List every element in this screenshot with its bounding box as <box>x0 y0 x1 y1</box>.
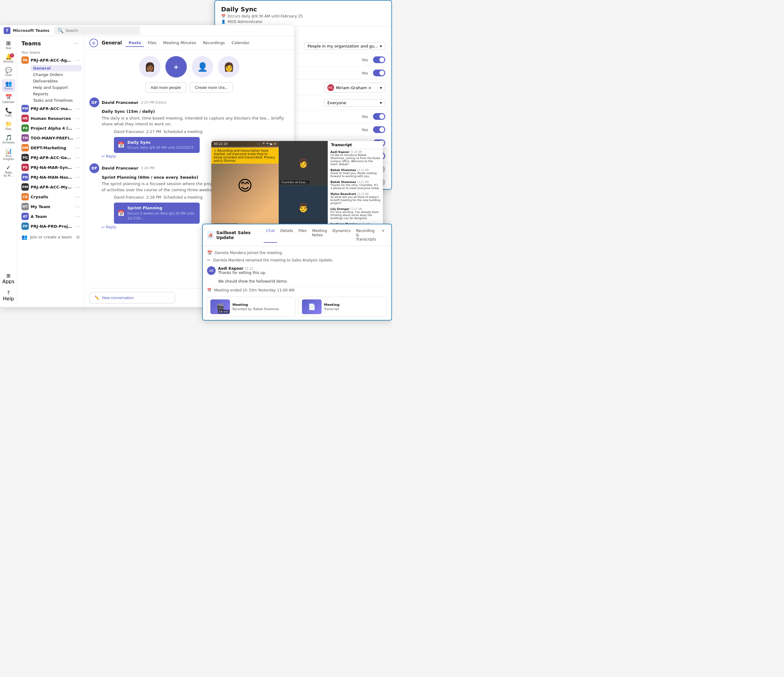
channel-tab-calendar[interactable]: Calendar <box>229 39 252 47</box>
mo-toggle-1[interactable] <box>373 56 385 63</box>
team-more-5[interactable]: ⋯ <box>75 145 80 151</box>
team-header-11[interactable]: MT My Team ⋯ <box>20 202 82 211</box>
team-header-4[interactable]: TM TOO-MANY-PREFIXES-BEFORE-... ⋯ <box>20 133 82 143</box>
team-more-9[interactable]: ⋯ <box>75 184 80 190</box>
nav-item-calls[interactable]: 📞 Calls <box>2 106 15 119</box>
nav-bottom-help[interactable]: ? Help <box>2 288 15 303</box>
team-header-13[interactable]: PP PRJ-NA-PRD-Project GDJ 2 ⋯ <box>20 221 82 231</box>
nav-item-hub[interactable]: ⊞ Hub <box>2 39 15 51</box>
channel-0-1[interactable]: Change Orders <box>31 72 82 78</box>
video-controls: ⋯ 🎤 📷 ▶ ✕ <box>257 142 276 145</box>
mo-co-organizer-3[interactable]: MG Miriam Graham × ▾ <box>324 83 385 92</box>
team-header-7[interactable]: PS PRJ-NA-MAR-Synapse ⋯ <box>20 162 82 172</box>
sb-tab-recording--transcripts[interactable]: Recording & Transcripts <box>354 228 378 243</box>
new-conversation-button[interactable]: ✏️ New conversation <box>89 292 175 303</box>
mo-toggle-5[interactable] <box>373 113 385 120</box>
team-header-5[interactable]: DM DEPT-Marketing ⋯ <box>20 143 82 153</box>
nav-item-viva[interactable]: 📊 Viva Insights <box>2 147 15 162</box>
channel-tab-posts[interactable]: Posts <box>126 39 144 47</box>
meeting-card-0[interactable]: 📅 Daily Sync Occurs daily @9:30 AM until… <box>114 137 200 153</box>
sb-meeting-card-1[interactable]: 📄 Meeting Transcript <box>299 297 387 317</box>
help-bottom-icon: ? <box>7 290 10 296</box>
chat-icon: 💬 <box>5 67 12 73</box>
sb-tab-meeting-notes[interactable]: Meeting Notes <box>310 228 329 243</box>
channel-tab-meeting-minutes[interactable]: Meeting Minutes <box>160 39 199 47</box>
team-header-2[interactable]: HR Human Resources ⋯ <box>20 113 82 123</box>
channel-0-3[interactable]: Help and Support <box>31 84 82 91</box>
team-more-12[interactable]: ⋯ <box>75 214 80 220</box>
mo-dropdown-0[interactable]: People in my organization and gu... ▾ <box>304 42 385 50</box>
co-dropdown-icon[interactable]: ▾ <box>380 86 382 90</box>
team-header-0[interactable]: PA PRJ-AFR-ACC-Agamemnon ⋯ <box>20 55 82 65</box>
mo-control-4: Everyone ▾ <box>324 99 385 107</box>
nav-item-files[interactable]: 📁 Files <box>2 120 15 133</box>
search-input[interactable] <box>65 28 137 33</box>
sb-tab-dynamics[interactable]: Dynamics <box>330 228 353 243</box>
channel-0-2[interactable]: Deliverables <box>31 78 82 84</box>
nav-item-orchesty[interactable]: 🎵 Orchesty <box>2 133 15 146</box>
channel-tab-files[interactable]: Files <box>145 39 160 47</box>
team-header-10[interactable]: CR Crysalis ⋯ <box>20 192 82 202</box>
team-more-2[interactable]: ⋯ <box>75 115 80 122</box>
sb-tab-files[interactable]: Files <box>296 228 309 243</box>
team-name-0: PRJ-AFR-ACC-Agamemnon <box>31 58 73 62</box>
channel-name: General <box>102 40 122 46</box>
team-header-1[interactable]: PM PRJ-AFR-ACC-marketing ⋯ <box>20 104 82 113</box>
sb-tab-[interactable]: + <box>379 228 387 243</box>
team-name-2: Human Resources <box>31 116 73 121</box>
sidebar-team-8: PN PRJ-NA-MAN-Nash Circuit ⋯ <box>17 172 84 182</box>
team-avatar-7: PS <box>22 164 29 171</box>
chevron-down-icon: ▾ <box>380 44 382 48</box>
meeting-card-icon-0: 📅 <box>118 141 124 149</box>
mo-dropdown-4[interactable]: Everyone ▾ <box>324 99 385 107</box>
hub-icon: ⊞ <box>6 41 11 46</box>
nav-item-tasks[interactable]: ✓ Tasks by Pl... <box>2 163 15 179</box>
sb-meeting-card-0[interactable]: 🎬 54 min Meeting Recorded by: Babak Sham… <box>207 297 296 317</box>
video-main-panel: 😊 00:22:19 ⋯ 🎤 📷 ▶ ✕ ⚠ Recording and tra… <box>211 141 279 230</box>
team-more-1[interactable]: ⋯ <box>75 106 80 112</box>
team-header-9[interactable]: PM PRJ-AFR-ACC-MyCC Portal Ref... ⋯ <box>20 182 82 192</box>
team-more-0[interactable]: ⋯ <box>75 57 80 63</box>
team-more-10[interactable]: ⋯ <box>75 194 80 200</box>
create-channel-button[interactable]: Create more cha... <box>190 83 233 92</box>
channel-0-4[interactable]: Reports <box>31 91 82 97</box>
team-more-6[interactable]: ⋯ <box>75 155 80 161</box>
team-more-7[interactable]: ⋯ <box>75 165 80 170</box>
team-more-4[interactable]: ⋯ <box>75 135 80 141</box>
channel-0-5[interactable]: Tasks and Timelines <box>31 97 82 104</box>
sidebar-filter-icon[interactable]: ⋯ <box>73 40 80 47</box>
team-more-11[interactable]: ⋯ <box>75 204 80 210</box>
nav-item-chat[interactable]: 💬 Chat <box>2 66 15 78</box>
sb-tab-details[interactable]: Details <box>278 228 296 243</box>
add-more-people-button[interactable]: Add more people <box>145 83 186 92</box>
sailboat-sales-window: ⛵ Sailboat Sales Update ChatDetailsFiles… <box>202 224 392 321</box>
nav-item-teams[interactable]: 👥 Teams <box>2 79 15 92</box>
app-name: Microsoft Teams <box>13 28 50 33</box>
channel-icon: ⊙ <box>89 39 98 47</box>
nav-item-calendar[interactable]: 📅 Calendar <box>2 92 15 105</box>
settings-icon[interactable]: ⚙️ <box>76 235 80 240</box>
team-header-12[interactable]: AT A Team ⋯ <box>20 211 82 221</box>
mo-toggle-6[interactable] <box>373 126 385 133</box>
mo-control-6: Yes <box>362 126 385 133</box>
nav-item-activity[interactable]: 🔔 Activity 1 <box>2 52 15 65</box>
team-more-8[interactable]: ⋯ <box>75 175 80 180</box>
team-more-3[interactable]: ⋯ <box>75 125 80 131</box>
sb-tab-chat[interactable]: Chat <box>264 228 277 243</box>
meeting-card-1[interactable]: 📅 Sprint Planning Occurs 3 weeks on Wed … <box>114 203 200 224</box>
join-create-team[interactable]: 👥 Join or create a team ⚙️ <box>17 231 84 243</box>
team-header-8[interactable]: PN PRJ-NA-MAN-Nash Circuit ⋯ <box>20 172 82 182</box>
apps-bottom-icon: ⊞ <box>6 273 11 279</box>
team-header-6[interactable]: PG PRJ-AFR-ACC-Generex ⋯ <box>20 153 82 162</box>
nav-bottom-apps[interactable]: ⊞ Apps <box>2 271 15 286</box>
team-more-13[interactable]: ⋯ <box>75 223 80 229</box>
search-box[interactable]: 🔍 <box>54 27 140 34</box>
mo-toggle-2[interactable] <box>373 70 385 76</box>
video-call-window: 😊 00:22:19 ⋯ 🎤 📷 ▶ ✕ ⚠ Recording and tra… <box>211 141 383 230</box>
channel-tab-recordings[interactable]: Recordings <box>200 39 228 47</box>
orchesty-icon: 🎵 <box>5 135 12 140</box>
team-name-7: PRJ-NA-MAR-Synapse <box>31 165 73 170</box>
transcript-panel: Transcript Aadi Kapoor 11:20 AMI'd like … <box>328 141 383 230</box>
channel-0-0[interactable]: General <box>31 65 82 72</box>
team-header-3[interactable]: P4 Project Alpha 4 (Don't invite jo... ⋯ <box>20 123 82 133</box>
